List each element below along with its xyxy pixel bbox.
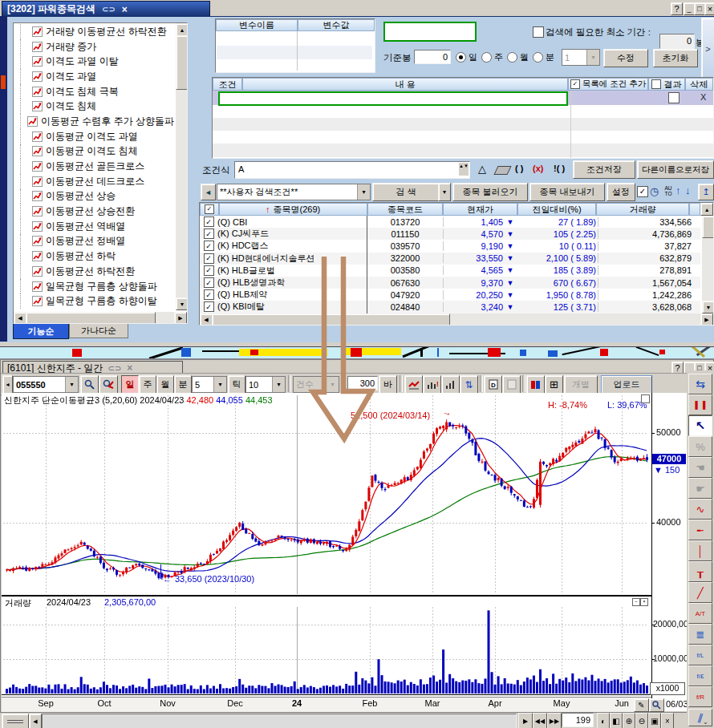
- tree-item[interactable]: 이동평균선 하락전환: [14, 264, 174, 279]
- bar-count-input[interactable]: 300: [347, 376, 378, 390]
- var-name-header[interactable]: 변수이름: [216, 19, 298, 31]
- radio-month[interactable]: 월: [507, 51, 529, 63]
- save-as-button[interactable]: 다른이름으로저장: [637, 160, 714, 179]
- scroll-down-icon[interactable]: ▼: [176, 297, 188, 310]
- not-paren-tool[interactable]: !( ): [554, 164, 565, 173]
- tree-item[interactable]: 이격도 침체 극복: [14, 84, 174, 99]
- row-checkbox[interactable]: ✓: [204, 229, 214, 239]
- delete-x[interactable]: X: [700, 92, 706, 102]
- sort-up-icon[interactable]: ↑: [675, 184, 681, 196]
- stock-row[interactable]: ✓(Q) CBI0137201,405▼27 ( 1.89)334,566: [200, 216, 700, 228]
- export-up-icon[interactable]: ↥: [698, 184, 714, 200]
- tab-alphabetical-order[interactable]: 가나다순: [69, 324, 128, 338]
- scroll-left-icon[interactable]: ◀: [29, 714, 42, 728]
- change-header[interactable]: 전일대비(%): [517, 203, 596, 216]
- auto-refresh-checkbox[interactable]: ✓: [637, 186, 648, 197]
- code-header[interactable]: 종목코드: [367, 203, 444, 216]
- page-left-icon[interactable]: ◀◀: [533, 713, 547, 728]
- period-minute-button[interactable]: 분: [174, 375, 192, 394]
- table-hscroll-thumb[interactable]: [212, 313, 450, 326]
- tab-function-order[interactable]: 기능순: [13, 324, 69, 339]
- tree-hscrollbar[interactable]: ◀ ▶: [14, 312, 187, 323]
- cursor-icon[interactable]: ↖: [688, 415, 712, 436]
- min-period-input[interactable]: 0: [659, 34, 695, 49]
- close-button[interactable]: ×: [704, 2, 714, 15]
- hand-tool2-icon[interactable]: ☛: [688, 478, 712, 499]
- search-magnifier-icon[interactable]: [80, 375, 99, 394]
- tree-item[interactable]: 일목균형 구름층 하향이탈: [14, 293, 174, 309]
- settings-button[interactable]: 설정: [606, 183, 635, 201]
- condition-input[interactable]: [218, 91, 568, 106]
- row-checkbox[interactable]: ✓: [204, 241, 214, 251]
- paren-x-tool[interactable]: (x): [533, 164, 543, 173]
- minute-select[interactable]: 1▾: [562, 49, 600, 66]
- tick-value-select[interactable]: 10▾: [245, 376, 286, 393]
- table-scroll-up-icon[interactable]: ▲: [700, 203, 713, 216]
- tree-item[interactable]: 이격도 과열: [14, 69, 174, 84]
- segment-tool-icon[interactable]: ╾: [688, 520, 712, 540]
- panel-restore-icon[interactable]: [641, 394, 650, 403]
- prev-code-icon[interactable]: ◂: [2, 375, 13, 394]
- stock-row[interactable]: ✓(K) CJ씨푸드0111504,570▼105 ( 2.25)4,736,8…: [200, 228, 700, 240]
- stock-row[interactable]: ✓(Q) HLB제약04792020,250▼1,950 ( 8.78)1,24…: [200, 289, 700, 301]
- tab-close-icon[interactable]: ×: [127, 362, 132, 374]
- tree-item[interactable]: 이격도 과열 이탈: [14, 54, 174, 69]
- row-checkbox[interactable]: ✓: [204, 253, 214, 264]
- edit-axis-icon[interactable]: ✎: [634, 698, 649, 712]
- radio-week[interactable]: 주: [481, 51, 503, 63]
- table-hscrollbar[interactable]: ◀ ▶: [200, 313, 713, 325]
- bar-button[interactable]: 바: [379, 375, 397, 394]
- tree-item[interactable]: 거래량 이동평균선 하락전환: [14, 24, 174, 39]
- table-scroll-right-icon[interactable]: ▶: [700, 313, 713, 326]
- page-right-icon[interactable]: ▶▶: [547, 713, 562, 728]
- period-week-button[interactable]: 주: [139, 375, 156, 394]
- volume-alert-icon[interactable]: !: [423, 375, 441, 394]
- quick-code-input[interactable]: [383, 22, 477, 42]
- help-button[interactable]: ?: [671, 2, 683, 15]
- stock-row[interactable]: ✓(K) HD현대에너지솔루션32200033,550▼2,100 ( 5.89…: [200, 253, 700, 265]
- volume-close-icon[interactable]: ×: [640, 598, 648, 606]
- tab-close-icon[interactable]: ×: [122, 4, 128, 15]
- tree-item[interactable]: 이동평균 이격도 과열: [14, 129, 174, 144]
- stock-code-select[interactable]: 055550▾: [13, 376, 79, 393]
- modify-button[interactable]: 수정: [603, 49, 648, 67]
- help-button[interactable]: ?: [671, 362, 684, 374]
- candle-pattern-icon[interactable]: ▌▐: [688, 394, 712, 415]
- row-checkbox[interactable]: ✓: [204, 289, 214, 300]
- hlines-tool-icon[interactable]: ≣: [688, 624, 712, 645]
- radio-day[interactable]: 일: [456, 51, 477, 63]
- tree-item[interactable]: 이동평균 이격도 침체: [14, 144, 174, 160]
- tree-item[interactable]: 이동평균선 역배열: [14, 219, 174, 234]
- close-scroll-icon[interactable]: ×: [661, 713, 674, 728]
- price-axis-panel[interactable]: [651, 393, 688, 711]
- tree-vscrollbar[interactable]: ▲ ▼: [176, 23, 187, 310]
- radio-minute[interactable]: 분: [533, 51, 554, 63]
- minimize-button[interactable]: _: [684, 2, 695, 15]
- updown-icon[interactable]: ⇅: [460, 375, 478, 394]
- tree-item[interactable]: 이동평균선 상승전환: [14, 204, 174, 219]
- base-bar-input[interactable]: 0: [414, 50, 451, 64]
- search-back-icon[interactable]: [99, 375, 118, 394]
- export-stocks-button[interactable]: 종목 내보내기: [529, 183, 605, 201]
- result-checkbox[interactable]: [668, 92, 680, 103]
- zoom-out-icon[interactable]: ⊖: [635, 713, 648, 728]
- tree-hscroll-thumb[interactable]: [26, 312, 156, 324]
- percent-tool-icon[interactable]: %: [688, 436, 712, 457]
- tree-item[interactable]: 이동평균 수렴후 주가 상향돌파: [14, 114, 174, 129]
- contrast-icon[interactable]: ◐: [597, 713, 610, 728]
- spinner[interactable]: ▲▼: [459, 163, 469, 176]
- preset-select[interactable]: **사용자 검색조건**▾: [217, 184, 371, 200]
- book-chart-icon[interactable]: [526, 375, 545, 394]
- condition-row-active[interactable]: X: [213, 91, 713, 105]
- row-checkbox[interactable]: ✓: [204, 265, 214, 276]
- save-condition-button[interactable]: 조건저장: [573, 160, 635, 179]
- new-chart-icon[interactable]: D: [484, 375, 502, 394]
- scroll-track[interactable]: [42, 714, 517, 728]
- sync-icon[interactable]: ⇆: [688, 374, 712, 394]
- scroll-up-icon[interactable]: ▲: [176, 23, 188, 36]
- fib-l-tool-icon[interactable]: f/L: [688, 645, 712, 665]
- minute-value-select[interactable]: 5▾: [192, 376, 227, 393]
- stock-row[interactable]: ✓(K) HDC랩스0395709,190▼10 ( 0.11)37,827: [200, 240, 700, 252]
- slash-tool-icon[interactable]: ∥: [688, 709, 712, 726]
- tree-item[interactable]: 일목균형 구름층 상향돌파: [14, 279, 174, 294]
